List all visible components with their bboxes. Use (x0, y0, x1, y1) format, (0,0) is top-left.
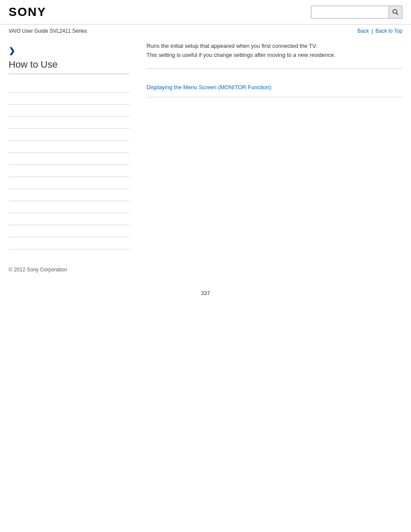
header: SONY (0, 0, 411, 25)
search-button[interactable] (389, 6, 402, 19)
footer: © 2012 Sony Corporation (0, 258, 411, 277)
breadcrumb-right: Back | Back to Top (358, 28, 402, 34)
list-item (9, 213, 129, 225)
list-item (9, 105, 129, 117)
breadcrumb-bar: VAIO User Guide SVL2411 Series Back | Ba… (0, 25, 411, 37)
description-line2: This setting is useful if you change set… (146, 52, 336, 58)
list-item (9, 189, 129, 201)
main-content: ❯ How to Use Runs the initial setup that… (0, 37, 411, 258)
sony-logo: SONY (9, 5, 46, 19)
content-description: Runs the initial setup that appeared whe… (146, 42, 402, 69)
svg-point-0 (393, 9, 397, 13)
related-links: Displaying the Menu Screen (MONITOR Func… (146, 78, 402, 97)
copyright: © 2012 Sony Corporation (9, 267, 67, 273)
sidebar-title: How to Use (9, 59, 129, 74)
back-link[interactable]: Back (358, 28, 369, 34)
list-item (9, 225, 129, 237)
list-item (9, 153, 129, 165)
related-link[interactable]: Displaying the Menu Screen (MONITOR Func… (146, 84, 271, 90)
list-item (9, 81, 129, 93)
list-item (9, 141, 129, 153)
search-input[interactable] (311, 6, 389, 19)
back-to-top-link[interactable]: Back to Top (376, 28, 402, 34)
content-area: Runs the initial setup that appeared whe… (138, 42, 402, 249)
search-icon (392, 9, 399, 16)
list-item (9, 165, 129, 177)
list-item (9, 129, 129, 141)
list-item (9, 93, 129, 105)
sidebar: ❯ How to Use (9, 42, 138, 249)
sidebar-items (9, 81, 129, 249)
list-item (9, 177, 129, 189)
list-item (9, 237, 129, 249)
page-number: 337 (0, 290, 411, 305)
description-line1: Runs the initial setup that appeared whe… (146, 43, 317, 49)
search-area (311, 6, 402, 19)
expand-icon[interactable]: ❯ (9, 46, 17, 55)
list-item (9, 201, 129, 213)
svg-line-1 (396, 13, 399, 15)
breadcrumb-left: VAIO User Guide SVL2411 Series (9, 28, 87, 34)
list-item (9, 117, 129, 129)
breadcrumb-separator: | (371, 28, 373, 34)
